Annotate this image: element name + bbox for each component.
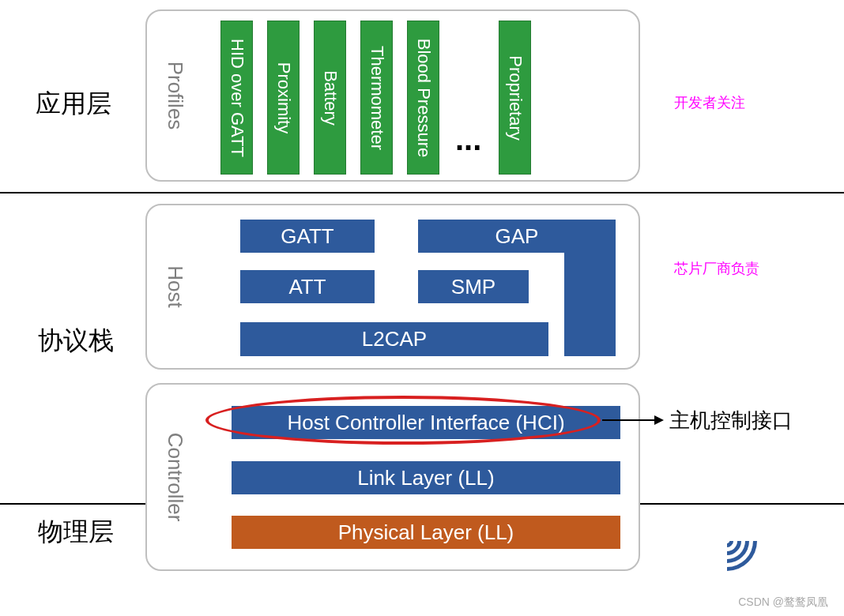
- label-physical-layer: 物理层: [38, 515, 114, 550]
- wireless-icon: [694, 508, 761, 575]
- profile-battery: Battery: [314, 21, 346, 175]
- profile-thermometer: Thermometer: [360, 21, 393, 175]
- label-hci-desc: 主机控制接口: [669, 407, 793, 434]
- box-gatt: GATT: [240, 220, 375, 253]
- note-vendor: 芯片厂商负责: [674, 259, 759, 278]
- panel-controller: Controller Host Controller Interface (HC…: [145, 383, 640, 571]
- label-protocol-stack: 协议栈: [38, 324, 114, 359]
- box-att: ATT: [240, 270, 375, 303]
- profile-bp-label: Blood Pressure: [413, 38, 434, 156]
- box-gap-bar: [564, 253, 616, 356]
- profiles-ellipsis: ...: [455, 122, 481, 157]
- box-link-layer: Link Layer (LL): [232, 461, 620, 494]
- profile-thermometer-label: Thermometer: [367, 45, 387, 149]
- profile-hid: HID over GATT: [220, 21, 253, 175]
- profile-hid-label: HID over GATT: [227, 39, 247, 157]
- wifi-arc-4: [684, 498, 769, 583]
- hci-arrow-line: [602, 419, 656, 421]
- profile-proximity-label: Proximity: [273, 62, 294, 133]
- diagram-canvas: 应用层 协议栈 物理层 开发者关注 芯片厂商负责 Profiles HID ov…: [0, 0, 844, 616]
- profile-battery-label: Battery: [320, 70, 341, 126]
- box-physical-layer: Physical Layer (LL): [232, 516, 620, 549]
- profile-proprietary-label: Proprietary: [505, 55, 526, 141]
- label-application-layer: 应用层: [36, 87, 111, 122]
- panel-profiles: Profiles HID over GATT Proximity Battery…: [145, 9, 640, 182]
- panel-profiles-label: Profiles: [163, 62, 187, 130]
- box-hci: Host Controller Interface (HCI): [232, 406, 620, 439]
- box-l2cap: L2CAP: [240, 322, 548, 356]
- profile-proprietary: Proprietary: [499, 21, 531, 175]
- panel-host-label: Host: [163, 265, 187, 307]
- panel-host: Host GATT GAP ATT SMP L2CAP: [145, 204, 640, 370]
- note-developer: 开发者关注: [674, 93, 745, 112]
- box-smp: SMP: [418, 270, 529, 303]
- panel-controller-label: Controller: [163, 433, 187, 522]
- profile-bp: Blood Pressure: [407, 21, 439, 175]
- divider-1: [0, 192, 844, 193]
- profile-proximity: Proximity: [267, 21, 300, 175]
- watermark: CSDN @鹜鹜凤凰: [738, 595, 828, 610]
- box-gap: GAP: [418, 220, 616, 253]
- hci-arrow-head: [654, 415, 664, 425]
